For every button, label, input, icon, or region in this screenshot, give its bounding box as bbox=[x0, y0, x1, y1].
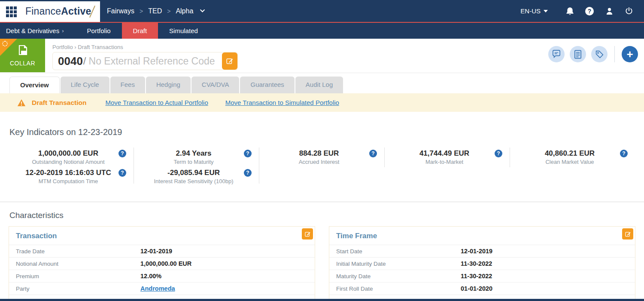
comments-button[interactable] bbox=[548, 46, 565, 62]
section-divider bbox=[0, 202, 644, 202]
edit-icon bbox=[625, 231, 631, 237]
row-value: 11-30-2022 bbox=[461, 260, 628, 267]
transaction-id: 0040 bbox=[58, 55, 83, 68]
indicator-value: 2.94 Years bbox=[147, 149, 240, 158]
module-nav: Debt & Derivatives› Portfolio Draft Simu… bbox=[0, 23, 644, 39]
edit-reference-button[interactable] bbox=[222, 52, 237, 70]
help-icon[interactable]: ? bbox=[620, 150, 628, 157]
spinner-icon bbox=[2, 41, 8, 46]
indicator-value: 12-20-2019 16:16:03 UTC bbox=[21, 169, 115, 177]
help-icon[interactable]: ? bbox=[118, 150, 126, 157]
characteristics-title: Characteristics bbox=[9, 211, 644, 220]
breadcrumb-separator: > bbox=[167, 8, 170, 15]
edit-transaction-button[interactable] bbox=[302, 228, 313, 240]
draft-warning-bar: Draft Transaction Move Transaction to Ac… bbox=[0, 93, 644, 112]
top-bar: FinanceActive Fairways > TED > Alpha EN-… bbox=[0, 0, 644, 22]
indicator-interest-rate-sensitivity: -29,085.94 EUR Interest Rate Sensitivity… bbox=[134, 168, 259, 186]
user-button[interactable] bbox=[599, 3, 619, 20]
logout-button[interactable] bbox=[619, 3, 639, 20]
user-icon bbox=[605, 6, 614, 16]
tags-button[interactable] bbox=[591, 46, 608, 62]
indicator-value: 40,860.21 EUR bbox=[523, 149, 617, 158]
row-value: 11-30-2022 bbox=[461, 273, 628, 280]
nav-item-portfolio[interactable]: Portfolio bbox=[76, 23, 122, 39]
indicator-label: Accrued Interest bbox=[272, 159, 366, 165]
tab-life-cycle[interactable]: Life Cycle bbox=[61, 77, 109, 93]
row-value: 12-01-2019 bbox=[140, 248, 308, 255]
nav-item-simulated[interactable]: Simulated bbox=[158, 23, 209, 39]
indicator-label: Interest Rate Sensitivity (100bp) bbox=[147, 178, 240, 184]
breadcrumb-alpha[interactable]: Alpha bbox=[176, 7, 193, 15]
breadcrumb-ted[interactable]: TED bbox=[148, 7, 162, 15]
panel-title: Time Frame bbox=[329, 227, 635, 245]
table-row: Start Date 12-01-2019 bbox=[329, 245, 635, 257]
indicator-clean-market-value: 40,860.21 EUR Clean Market Value ? bbox=[510, 148, 635, 167]
documents-button[interactable] bbox=[570, 46, 586, 62]
help-button[interactable]: ? bbox=[580, 3, 599, 20]
table-row: Premium 12.00% bbox=[9, 270, 315, 282]
instrument-type-label: COLLAR bbox=[10, 60, 35, 67]
tab-hedging[interactable]: Hedging bbox=[146, 77, 191, 93]
table-row: Notional Amount 1,000,000.00 EUR bbox=[9, 257, 315, 270]
app-grid-icon[interactable] bbox=[6, 6, 17, 17]
tab-overview[interactable]: Overview bbox=[9, 77, 60, 93]
tag-icon bbox=[595, 50, 604, 59]
row-value: 1,000,000.00 EUR bbox=[140, 260, 308, 267]
help-icon[interactable]: ? bbox=[244, 169, 252, 177]
key-indicators-title: Key Indicators on 12-23-2019 bbox=[9, 127, 644, 137]
nav-debt-derivatives[interactable]: Debt & Derivatives› bbox=[0, 23, 70, 39]
indicator-value: -29,085.94 EUR bbox=[147, 169, 240, 177]
nav-item-draft[interactable]: Draft bbox=[122, 23, 158, 39]
reference-placeholder: No External Reference Code bbox=[89, 55, 215, 67]
indicator-value: 884.28 EUR bbox=[272, 149, 366, 158]
bottom-bar bbox=[0, 299, 644, 301]
indicator-accrued-interest: 884.28 EUR Accrued Interest ? bbox=[259, 148, 385, 167]
indicator-label: Outstanding Notional Amount bbox=[21, 159, 115, 165]
indicator-column: 40,860.21 EUR Clean Market Value ? bbox=[510, 146, 635, 187]
power-icon bbox=[625, 6, 633, 15]
indicator-mtm-computation-time: 12-20-2019 16:16:03 UTC MTM Computation … bbox=[9, 168, 134, 186]
move-to-simulated-link[interactable]: Move Transaction to Simulated Portfolio bbox=[225, 99, 339, 106]
indicator-column: 2.94 Years Term to Maturity ? -29,085.94… bbox=[134, 146, 259, 187]
breadcrumb-fairways[interactable]: Fairways bbox=[107, 7, 134, 15]
indicator-term-to-maturity: 2.94 Years Term to Maturity ? bbox=[134, 148, 259, 167]
help-icon[interactable]: ? bbox=[118, 169, 126, 177]
edit-icon bbox=[304, 231, 311, 237]
indicator-column: 1,000,000.00 EUR Outstanding Notional Am… bbox=[9, 146, 134, 187]
draft-warning-label: Draft Transaction bbox=[32, 99, 86, 107]
indicator-value: 41,744.49 EUR bbox=[398, 149, 491, 158]
row-label: Notional Amount bbox=[16, 261, 140, 267]
indicator-column: 41,744.49 EUR Mark-to-Market ? bbox=[385, 146, 510, 187]
chevron-down-icon[interactable] bbox=[200, 9, 205, 12]
row-value: 12-01-2019 bbox=[461, 248, 628, 255]
instrument-type-badge: COLLAR bbox=[0, 39, 45, 72]
detail-tabs: Overview Life Cycle Fees Hedging CVA/DVA… bbox=[0, 73, 644, 93]
row-label: First Roll Date bbox=[336, 286, 461, 292]
indicator-label: Term to Maturity bbox=[147, 159, 240, 165]
tab-audit-log[interactable]: Audit Log bbox=[295, 77, 343, 93]
tab-fees[interactable]: Fees bbox=[110, 77, 145, 93]
add-button[interactable]: + bbox=[622, 46, 638, 62]
indicator-outstanding-notional: 1,000,000.00 EUR Outstanding Notional Am… bbox=[9, 148, 134, 167]
help-icon[interactable]: ? bbox=[495, 150, 502, 157]
help-icon[interactable]: ? bbox=[244, 150, 252, 157]
tab-guarantees[interactable]: Guarantees bbox=[240, 77, 294, 93]
notifications-button[interactable] bbox=[560, 3, 580, 20]
row-label: Party bbox=[16, 286, 140, 292]
table-row: Maturity Date 11-30-2022 bbox=[329, 270, 635, 282]
characteristics-panels: Transaction Trade Date 12-01-2019 Notion… bbox=[0, 226, 644, 301]
edit-time-frame-button[interactable] bbox=[622, 228, 633, 240]
row-label: Initial Maturity Date bbox=[336, 261, 461, 267]
language-selector[interactable]: EN-US bbox=[520, 7, 548, 15]
move-to-actual-link[interactable]: Move Transaction to Actual Portfolio bbox=[105, 99, 208, 106]
row-value: 01-01-2020 bbox=[461, 285, 628, 292]
party-link[interactable]: Andromeda bbox=[140, 285, 308, 292]
help-icon[interactable]: ? bbox=[369, 150, 377, 157]
indicator-mark-to-market: 41,744.49 EUR Mark-to-Market ? bbox=[385, 148, 510, 167]
edit-icon bbox=[226, 57, 234, 65]
indicator-label: Mark-to-Market bbox=[398, 159, 491, 165]
tab-cva-dva[interactable]: CVA/DVA bbox=[191, 77, 240, 93]
time-frame-panel: Time Frame Start Date 12-01-2019 Initial… bbox=[329, 226, 635, 301]
chevron-down-icon bbox=[544, 10, 548, 12]
indicator-label: Clean Market Value bbox=[523, 159, 617, 165]
